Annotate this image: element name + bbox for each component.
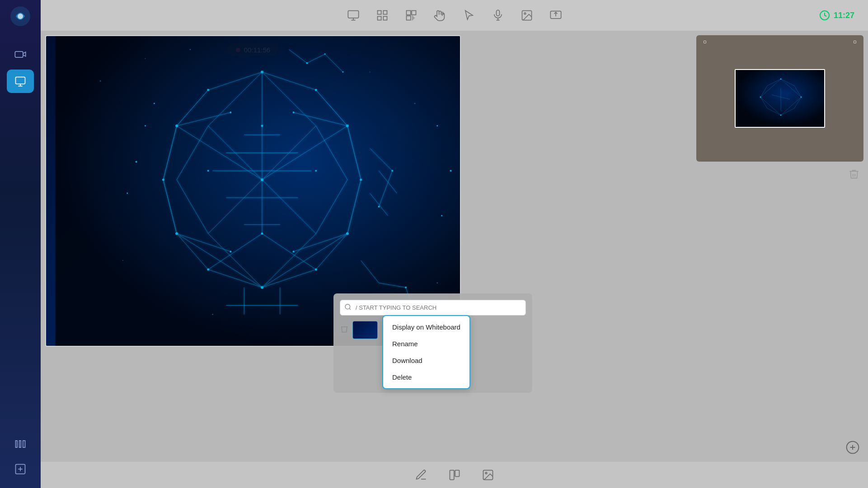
svg-point-96 xyxy=(154,103,155,104)
clock-time: 11:27 xyxy=(834,11,854,20)
top-toolbar: 11:27 xyxy=(41,0,868,31)
svg-point-131 xyxy=(345,304,350,309)
slide-thumbnail xyxy=(735,69,825,128)
svg-point-75 xyxy=(207,269,209,271)
search-container xyxy=(340,300,526,316)
toolbar-mic-icon[interactable] xyxy=(490,7,506,23)
svg-point-105 xyxy=(189,49,191,50)
svg-point-109 xyxy=(212,314,213,315)
svg-point-97 xyxy=(145,125,146,126)
svg-rect-6 xyxy=(377,11,381,14)
add-button[interactable] xyxy=(845,439,861,455)
svg-rect-127 xyxy=(450,470,454,480)
svg-point-108 xyxy=(122,260,123,261)
search-input[interactable] xyxy=(340,300,526,316)
clock-display: 11:27 xyxy=(819,10,854,21)
svg-point-90 xyxy=(378,206,380,208)
svg-rect-9 xyxy=(383,16,387,20)
context-menu-delete[interactable]: Delete xyxy=(383,369,469,386)
media-button[interactable] xyxy=(480,467,496,483)
svg-point-98 xyxy=(136,161,137,163)
sidebar-item-library[interactable] xyxy=(7,432,34,455)
sidebar-item-whiteboard[interactable] xyxy=(7,70,34,93)
svg-point-93 xyxy=(306,62,308,64)
panel-corner-tl xyxy=(704,41,706,43)
svg-point-102 xyxy=(441,215,442,216)
svg-rect-128 xyxy=(455,470,459,477)
app-logo xyxy=(9,5,31,27)
svg-point-79 xyxy=(207,89,209,91)
toolbar-cursor-icon[interactable] xyxy=(461,7,477,23)
context-menu: Display on Whiteboard Rename Download De… xyxy=(382,315,470,389)
toolbar-screen-icon[interactable] xyxy=(548,7,564,23)
svg-point-74 xyxy=(261,286,263,289)
svg-line-132 xyxy=(349,308,351,310)
right-panel xyxy=(696,35,863,162)
toolbar-hand-icon[interactable] xyxy=(432,7,448,23)
toolbar-grid-icon[interactable] xyxy=(374,7,390,23)
svg-rect-10 xyxy=(406,11,410,15)
svg-point-71 xyxy=(360,179,362,181)
sidebar-item-export[interactable] xyxy=(7,457,34,481)
svg-point-76 xyxy=(175,232,178,235)
slides-button[interactable] xyxy=(447,467,462,483)
sidebar-item-camera[interactable] xyxy=(7,42,34,66)
popup-overlay: Display on Whiteboard Rename Download De… xyxy=(333,293,532,393)
main-area: 00:11:56 xyxy=(41,31,868,488)
svg-point-130 xyxy=(485,472,487,474)
clock-icon xyxy=(819,10,830,21)
toolbar-layers-icon[interactable] xyxy=(403,7,419,23)
svg-point-123 xyxy=(760,97,761,98)
svg-point-120 xyxy=(780,79,782,80)
svg-point-72 xyxy=(346,232,349,235)
svg-point-83 xyxy=(315,170,317,172)
svg-point-107 xyxy=(414,103,416,104)
svg-point-88 xyxy=(230,251,231,252)
svg-rect-8 xyxy=(377,16,381,20)
panel-corner-tr xyxy=(854,41,856,43)
sidebar xyxy=(0,0,41,488)
svg-point-85 xyxy=(293,112,295,113)
svg-point-69 xyxy=(315,89,317,91)
context-menu-display[interactable]: Display on Whiteboard xyxy=(383,319,469,335)
svg-rect-13 xyxy=(496,10,499,16)
svg-rect-11 xyxy=(412,11,416,15)
bottom-toolbar xyxy=(41,462,868,488)
svg-point-84 xyxy=(207,170,209,172)
svg-rect-5 xyxy=(348,11,358,18)
svg-point-77 xyxy=(162,179,164,181)
svg-point-111 xyxy=(436,282,438,284)
svg-point-99 xyxy=(127,192,128,194)
svg-rect-7 xyxy=(383,11,387,14)
svg-point-106 xyxy=(370,72,371,73)
svg-point-89 xyxy=(391,170,393,172)
svg-point-103 xyxy=(100,80,101,82)
toolbar-image-icon[interactable] xyxy=(519,7,535,23)
context-menu-rename[interactable]: Rename xyxy=(383,335,469,352)
context-menu-download[interactable]: Download xyxy=(383,352,469,369)
toolbar-monitor-icon[interactable] xyxy=(345,7,361,23)
delete-button-right[interactable] xyxy=(848,168,860,182)
search-icon xyxy=(344,303,352,312)
svg-point-100 xyxy=(436,125,438,126)
svg-point-104 xyxy=(145,58,146,59)
svg-point-81 xyxy=(261,178,263,181)
svg-point-82 xyxy=(261,232,263,235)
svg-point-73 xyxy=(315,269,317,271)
svg-point-78 xyxy=(175,125,178,127)
svg-point-101 xyxy=(450,170,452,172)
item-delete-icon[interactable] xyxy=(340,325,349,335)
pen-tool-button[interactable] xyxy=(413,467,429,483)
svg-point-70 xyxy=(346,125,349,127)
svg-rect-12 xyxy=(406,16,410,20)
svg-point-94 xyxy=(324,53,326,55)
svg-point-122 xyxy=(780,115,782,116)
svg-point-95 xyxy=(342,71,343,73)
media-thumbnail xyxy=(352,321,378,339)
svg-rect-2 xyxy=(15,51,23,57)
svg-point-86 xyxy=(230,112,231,113)
svg-rect-3 xyxy=(16,77,25,84)
svg-point-91 xyxy=(405,287,407,288)
svg-point-15 xyxy=(524,13,526,14)
svg-point-87 xyxy=(293,251,295,252)
